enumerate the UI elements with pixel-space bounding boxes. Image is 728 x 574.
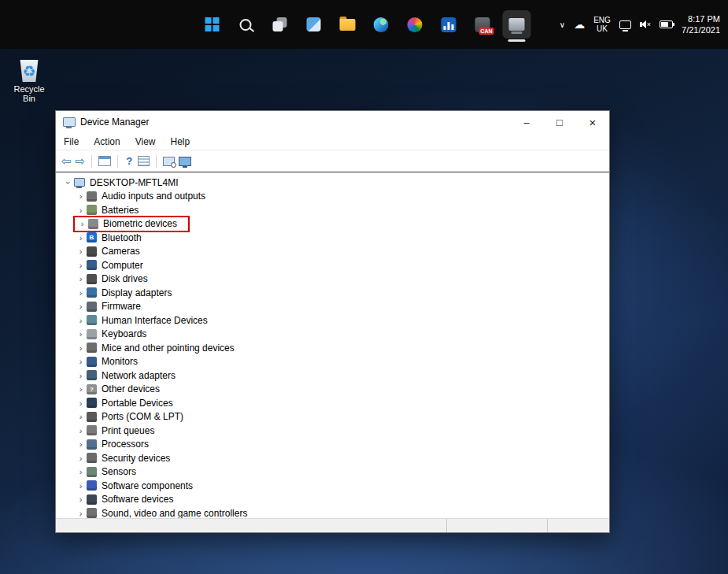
- expand-chevron-icon[interactable]: ›: [75, 329, 87, 339]
- device-manager-window-icon: [63, 117, 76, 128]
- forward-icon[interactable]: ⇨: [76, 155, 86, 167]
- expand-chevron-icon[interactable]: ›: [75, 288, 87, 298]
- network-icon: [87, 370, 97, 380]
- menu-item-file[interactable]: File: [64, 136, 79, 147]
- minimize-button[interactable]: –: [510, 111, 543, 133]
- task-view-button[interactable]: [265, 10, 294, 39]
- properties-icon[interactable]: [138, 156, 150, 166]
- expand-chevron-icon[interactable]: ›: [75, 384, 87, 394]
- expand-chevron-icon[interactable]: ›: [75, 261, 87, 270]
- menu-bar: FileActionViewHelp: [56, 133, 609, 150]
- device-category-row[interactable]: › Audio inputs and outputs: [56, 190, 609, 204]
- portable-device-icon: [87, 398, 97, 408]
- device-tree: › DESKTOP-MFTL4MI › Audio inputs and out…: [56, 172, 609, 518]
- device-category-row[interactable]: › Keyboards: [56, 328, 609, 342]
- expand-chevron-icon[interactable]: ›: [75, 494, 87, 504]
- photos-button[interactable]: [401, 10, 429, 39]
- expand-chevron-icon[interactable]: ›: [75, 481, 87, 491]
- display-cast-icon[interactable]: [619, 20, 631, 29]
- device-category-row[interactable]: › Monitors: [56, 355, 609, 369]
- device-category-row[interactable]: › Portable Devices: [56, 396, 609, 410]
- tree-item-label: Portable Devices: [102, 398, 173, 409]
- device-category-row[interactable]: › Software components: [56, 479, 609, 493]
- device-category-row[interactable]: › Network adapters: [56, 368, 609, 383]
- tree-item-label: Software devices: [102, 494, 173, 505]
- device-manager-taskbar-button[interactable]: [502, 10, 530, 39]
- onedrive-cloud-icon[interactable]: ☁: [574, 19, 585, 30]
- device-category-row[interactable]: › Processors: [56, 438, 609, 452]
- clock[interactable]: 8:17 PM 7/21/2021: [682, 13, 720, 35]
- expand-chevron-icon[interactable]: ›: [75, 316, 87, 325]
- expand-chevron-icon[interactable]: ›: [75, 412, 87, 421]
- tree-item-label: Computer: [102, 260, 143, 271]
- device-category-row[interactable]: › Cameras: [56, 245, 609, 259]
- back-icon[interactable]: ⇦: [61, 155, 72, 167]
- hid-icon: [87, 315, 97, 325]
- search-button[interactable]: [231, 10, 260, 39]
- device-category-row[interactable]: › Software devices: [56, 493, 609, 507]
- menu-item-view[interactable]: View: [135, 136, 156, 147]
- language-indicator[interactable]: ENG UK: [593, 16, 611, 33]
- device-category-row[interactable]: › Biometric devices: [56, 217, 609, 231]
- device-category-row[interactable]: › Mice and other pointing devices: [56, 341, 609, 355]
- hidden-icons-chevron[interactable]: ∨: [560, 20, 565, 29]
- expand-chevron-icon[interactable]: ›: [75, 371, 87, 380]
- language-line2: UK: [593, 24, 611, 33]
- show-console-tree-icon[interactable]: [98, 156, 111, 166]
- tree-root-row[interactable]: › DESKTOP-MFTL4MI: [56, 176, 609, 190]
- expand-chevron-icon[interactable]: ›: [75, 454, 87, 463]
- expand-chevron-icon[interactable]: ›: [76, 219, 88, 228]
- computer-root-icon: [74, 178, 85, 187]
- device-category-row[interactable]: › Security devices: [56, 451, 609, 465]
- device-category-row[interactable]: › Computer: [56, 258, 609, 272]
- task-manager-button[interactable]: [434, 10, 463, 39]
- battery-icon[interactable]: [660, 20, 673, 28]
- expand-chevron-icon[interactable]: ›: [75, 467, 87, 476]
- can-app-button[interactable]: CAN: [468, 10, 497, 39]
- expand-chevron-icon[interactable]: ›: [75, 191, 87, 201]
- expand-chevron-icon[interactable]: ›: [75, 343, 87, 353]
- expand-chevron-icon[interactable]: ›: [75, 246, 87, 256]
- expand-chevron-icon[interactable]: ›: [75, 274, 87, 283]
- expand-chevron-icon[interactable]: ›: [75, 233, 87, 243]
- expand-chevron-icon[interactable]: ›: [75, 302, 87, 311]
- help-icon[interactable]: ?: [124, 155, 134, 167]
- menu-item-action[interactable]: Action: [94, 136, 120, 147]
- scan-hardware-changes-icon[interactable]: [163, 157, 175, 166]
- expand-chevron-icon[interactable]: ›: [75, 357, 87, 366]
- device-category-row[interactable]: › Disk drives: [56, 272, 609, 287]
- tree-item-label: Processors: [102, 439, 149, 450]
- close-button[interactable]: ×: [576, 111, 609, 133]
- device-category-row[interactable]: › Print queues: [56, 424, 609, 438]
- tree-item-label: Human Interface Devices: [102, 315, 208, 326]
- device-category-row[interactable]: › Display adapters: [56, 286, 609, 300]
- widgets-button[interactable]: [299, 10, 327, 39]
- expand-chevron-icon[interactable]: ›: [75, 206, 87, 215]
- tree-item-label: Display adapters: [102, 287, 172, 298]
- device-category-row[interactable]: › Firmware: [56, 300, 609, 314]
- system-tray: ∨ ☁ ENG UK × 8:17 PM 7/21/2021: [560, 0, 720, 49]
- start-button[interactable]: [198, 10, 226, 39]
- tree-item-label: Software components: [102, 480, 193, 491]
- device-category-row[interactable]: › Sensors: [56, 465, 609, 480]
- tree-item-label: Security devices: [102, 453, 170, 464]
- expand-chevron-icon[interactable]: ›: [75, 426, 87, 435]
- edge-button[interactable]: [367, 10, 395, 39]
- recycle-bin-shortcut[interactable]: ♻ Recycle Bin: [6, 60, 52, 103]
- title-bar[interactable]: Device Manager – □ ×: [56, 111, 609, 133]
- tree-item-label: Ports (COM & LPT): [102, 411, 183, 422]
- device-category-row[interactable]: › Sound, video and game controllers: [56, 506, 609, 518]
- expand-chevron-icon[interactable]: ›: [75, 439, 87, 449]
- device-category-row[interactable]: › B Bluetooth: [56, 231, 609, 245]
- volume-muted-icon[interactable]: ×: [640, 20, 651, 28]
- file-explorer-button[interactable]: [333, 10, 361, 39]
- device-category-row[interactable]: › Human Interface Devices: [56, 313, 609, 328]
- collapse-chevron-icon[interactable]: ›: [64, 176, 73, 188]
- remote-computer-icon[interactable]: [179, 157, 191, 166]
- expand-chevron-icon[interactable]: ›: [75, 398, 87, 408]
- expand-chevron-icon[interactable]: ›: [75, 509, 87, 518]
- device-category-row[interactable]: › Ports (COM & LPT): [56, 410, 609, 424]
- device-category-row[interactable]: › ? Other devices: [56, 383, 609, 397]
- maximize-button[interactable]: □: [543, 111, 576, 133]
- menu-item-help[interactable]: Help: [171, 136, 190, 147]
